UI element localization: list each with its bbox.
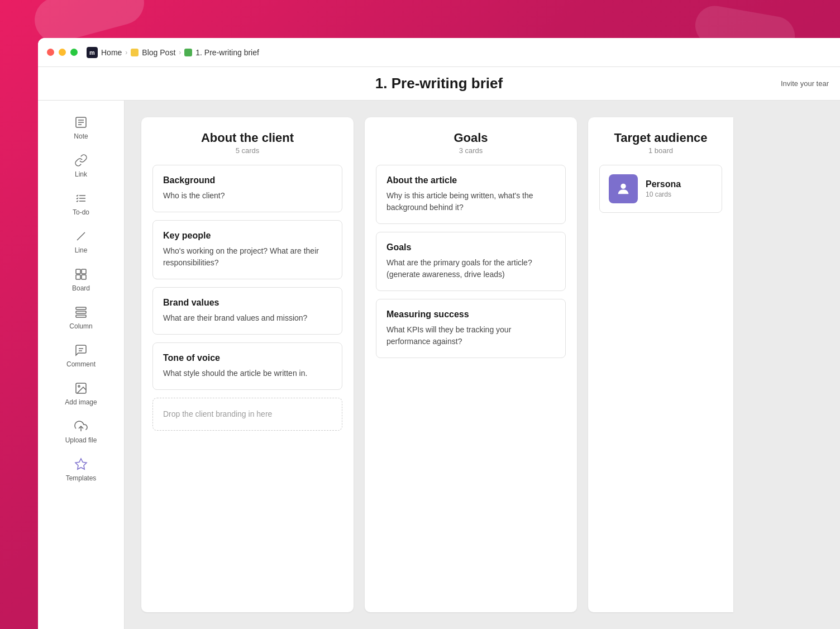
svg-point-21 <box>621 184 626 189</box>
about-client-title: About the client <box>152 131 342 145</box>
column-target-audience: Target audience 1 board Persona 10 cards <box>588 117 733 612</box>
traffic-lights <box>47 49 78 56</box>
page-title: 1. Pre-writing brief <box>375 75 503 92</box>
card-goals-body: What are the primary goals for the artic… <box>386 257 555 280</box>
card-brand-values[interactable]: Brand values What are their brand values… <box>152 287 342 335</box>
todo-label: To-do <box>73 208 89 216</box>
sidebar: Note Link <box>38 101 125 629</box>
card-tone-body: What style should the article be written… <box>163 368 332 379</box>
card-background-body: Who is the client? <box>163 190 332 202</box>
sidebar-item-upload-file[interactable]: Upload file <box>42 414 120 449</box>
card-background-title: Background <box>163 175 332 185</box>
persona-title: Persona <box>646 179 681 189</box>
about-client-subtitle: 5 cards <box>152 146 342 155</box>
card-measuring-title: Measuring success <box>386 309 555 320</box>
upload-file-label: Upload file <box>65 436 97 444</box>
card-tone-title: Tone of voice <box>163 353 332 363</box>
minimize-button[interactable] <box>59 49 66 56</box>
persona-subtitle: 10 cards <box>646 190 681 198</box>
link-label: Link <box>75 170 87 178</box>
main-area: Note Link <box>38 101 840 629</box>
breadcrumb: m Home › Blog Post › 1. Pre-writing brie… <box>87 47 259 58</box>
card-key-people-body: Who's working on the project? What are t… <box>163 245 332 269</box>
upload-file-icon <box>73 418 89 434</box>
column-icon <box>73 304 89 320</box>
breadcrumb-home[interactable]: Home <box>101 48 122 57</box>
target-audience-title: Target audience <box>599 131 722 145</box>
card-about-article[interactable]: About the article Why is this article be… <box>376 165 566 224</box>
canvas: About the client 5 cards Background Who … <box>125 101 840 629</box>
line-label: Line <box>75 246 88 254</box>
page-header: 1. Pre-writing brief Invite your tear <box>38 67 840 101</box>
invite-team-label[interactable]: Invite your tear <box>781 79 829 88</box>
app-window: m Home › Blog Post › 1. Pre-writing brie… <box>38 38 840 629</box>
sidebar-item-todo[interactable]: To-do <box>42 186 120 221</box>
board-icon <box>73 266 89 282</box>
maximize-button[interactable] <box>70 49 78 56</box>
svg-rect-14 <box>76 315 86 317</box>
card-brand-values-title: Brand values <box>163 298 332 308</box>
breadcrumb-sep-2: › <box>179 49 181 56</box>
add-image-label: Add image <box>65 398 97 406</box>
line-icon <box>73 228 89 244</box>
note-icon <box>73 115 89 130</box>
column-about-client: About the client 5 cards Background Who … <box>141 117 354 612</box>
board-card-info: Persona 10 cards <box>646 179 681 198</box>
sidebar-item-comment[interactable]: Comment <box>42 338 120 373</box>
svg-rect-10 <box>76 275 80 279</box>
goals-subtitle: 3 cards <box>376 146 566 155</box>
card-measuring-body: What KPIs will they be tracking your per… <box>386 324 555 347</box>
sidebar-item-note[interactable]: Note <box>42 110 120 145</box>
goals-title: Goals <box>376 131 566 145</box>
breadcrumb-blog-post[interactable]: Blog Post <box>142 48 175 57</box>
card-tone-of-voice[interactable]: Tone of voice What style should the arti… <box>152 342 342 390</box>
card-measuring-success[interactable]: Measuring success What KPIs will they be… <box>376 299 566 358</box>
svg-rect-13 <box>76 311 86 313</box>
target-audience-subtitle: 1 board <box>599 146 722 155</box>
comment-icon <box>73 342 89 358</box>
sidebar-item-templates[interactable]: Templates <box>42 452 120 487</box>
svg-line-7 <box>77 232 85 240</box>
title-bar: m Home › Blog Post › 1. Pre-writing brie… <box>38 38 840 67</box>
column-label: Column <box>69 322 92 330</box>
target-audience-header: Target audience 1 board <box>599 131 722 155</box>
breadcrumb-page[interactable]: 1. Pre-writing brief <box>195 48 259 57</box>
breadcrumb-sep-1: › <box>125 49 127 56</box>
card-background[interactable]: Background Who is the client? <box>152 165 342 212</box>
close-button[interactable] <box>47 49 54 56</box>
board-label: Board <box>72 284 90 292</box>
sidebar-item-column[interactable]: Column <box>42 300 120 335</box>
sidebar-item-board[interactable]: Board <box>42 262 120 297</box>
column-goals: Goals 3 cards About the article Why is t… <box>365 117 577 612</box>
card-goals-title: Goals <box>386 242 555 252</box>
card-goals[interactable]: Goals What are the primary goals for the… <box>376 232 566 291</box>
svg-rect-11 <box>82 275 86 279</box>
card-about-article-title: About the article <box>386 175 555 185</box>
svg-point-18 <box>78 385 80 387</box>
card-drop-body: Drop the client branding in here <box>163 408 332 420</box>
about-client-header: About the client 5 cards <box>152 131 342 155</box>
sidebar-item-line[interactable]: Line <box>42 224 120 259</box>
svg-rect-9 <box>82 269 86 274</box>
svg-marker-20 <box>75 459 87 469</box>
breadcrumb-page-icon <box>184 49 192 56</box>
sidebar-item-add-image[interactable]: Add image <box>42 376 120 411</box>
card-brand-values-body: What are their brand values and mission? <box>163 312 332 324</box>
link-icon <box>73 153 89 168</box>
svg-rect-12 <box>76 307 86 309</box>
goals-header: Goals 3 cards <box>376 131 566 155</box>
add-image-icon <box>73 380 89 396</box>
comment-label: Comment <box>66 360 96 368</box>
svg-rect-8 <box>76 269 80 274</box>
sidebar-item-link[interactable]: Link <box>42 148 120 183</box>
card-about-article-body: Why is this article being written, what'… <box>386 190 555 213</box>
templates-label: Templates <box>66 474 97 482</box>
templates-icon <box>73 456 89 472</box>
persona-icon <box>609 174 638 203</box>
breadcrumb-blog-icon <box>131 49 139 56</box>
board-card-persona[interactable]: Persona 10 cards <box>599 165 722 213</box>
note-label: Note <box>74 132 88 140</box>
card-branding-drop[interactable]: Drop the client branding in here <box>152 398 342 431</box>
app-icon: m <box>87 47 98 58</box>
card-key-people[interactable]: Key people Who's working on the project?… <box>152 220 342 279</box>
